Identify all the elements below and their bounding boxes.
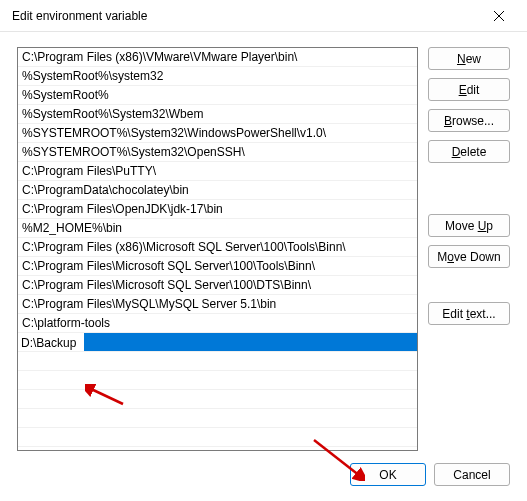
side-buttons: New Edit Browse... Delete Move Up Move D… (428, 47, 510, 449)
list-item[interactable]: C:\Program Files\Microsoft SQL Server\10… (18, 257, 417, 276)
list-item[interactable]: %SystemRoot% (18, 86, 417, 105)
move-up-button[interactable]: Move Up (428, 214, 510, 237)
new-button[interactable]: New (428, 47, 510, 70)
list-item-empty[interactable] (18, 352, 417, 371)
list-item[interactable]: %SystemRoot%\system32 (18, 67, 417, 86)
close-icon (494, 11, 504, 21)
path-edit-input[interactable] (18, 333, 84, 352)
list-item[interactable]: C:\Program Files (x86)\VMware\VMware Pla… (18, 48, 417, 67)
list-item[interactable]: C:\ProgramData\chocolatey\bin (18, 181, 417, 200)
list-item-editing[interactable] (18, 333, 417, 352)
list-item[interactable]: C:\Program Files\OpenJDK\jdk-17\bin (18, 200, 417, 219)
move-down-button[interactable]: Move Down (428, 245, 510, 268)
dialog-content: C:\Program Files (x86)\VMware\VMware Pla… (0, 32, 527, 501)
list-item[interactable]: %SYSTEMROOT%\System32\WindowsPowerShell\… (18, 124, 417, 143)
main-row: C:\Program Files (x86)\VMware\VMware Pla… (17, 47, 510, 449)
ok-button[interactable]: OK (350, 463, 426, 486)
list-item[interactable]: C:\platform-tools (18, 314, 417, 333)
browse-button[interactable]: Browse... (428, 109, 510, 132)
titlebar: Edit environment variable (0, 0, 527, 32)
cancel-button[interactable]: Cancel (434, 463, 510, 486)
list-item-empty[interactable] (18, 371, 417, 390)
dialog-footer: OK Cancel (17, 463, 510, 486)
window-title: Edit environment variable (12, 9, 479, 23)
list-item[interactable]: C:\Program Files\Microsoft SQL Server\10… (18, 276, 417, 295)
delete-button[interactable]: Delete (428, 140, 510, 163)
list-inner: C:\Program Files (x86)\VMware\VMware Pla… (18, 48, 417, 447)
list-item-empty[interactable] (18, 390, 417, 409)
close-button[interactable] (479, 2, 519, 30)
list-item[interactable]: C:\Program Files\MySQL\MySQL Server 5.1\… (18, 295, 417, 314)
spacer (428, 276, 510, 294)
edit-text-button[interactable]: Edit text... (428, 302, 510, 325)
path-listbox[interactable]: C:\Program Files (x86)\VMware\VMware Pla… (17, 47, 418, 451)
list-item[interactable]: %SystemRoot%\System32\Wbem (18, 105, 417, 124)
list-item-empty[interactable] (18, 409, 417, 428)
list-item-empty[interactable] (18, 428, 417, 447)
list-item[interactable]: %M2_HOME%\bin (18, 219, 417, 238)
list-item[interactable]: C:\Program Files\PuTTY\ (18, 162, 417, 181)
edit-button[interactable]: Edit (428, 78, 510, 101)
list-item[interactable]: C:\Program Files (x86)\Microsoft SQL Ser… (18, 238, 417, 257)
list-item[interactable]: %SYSTEMROOT%\System32\OpenSSH\ (18, 143, 417, 162)
spacer (428, 171, 510, 206)
